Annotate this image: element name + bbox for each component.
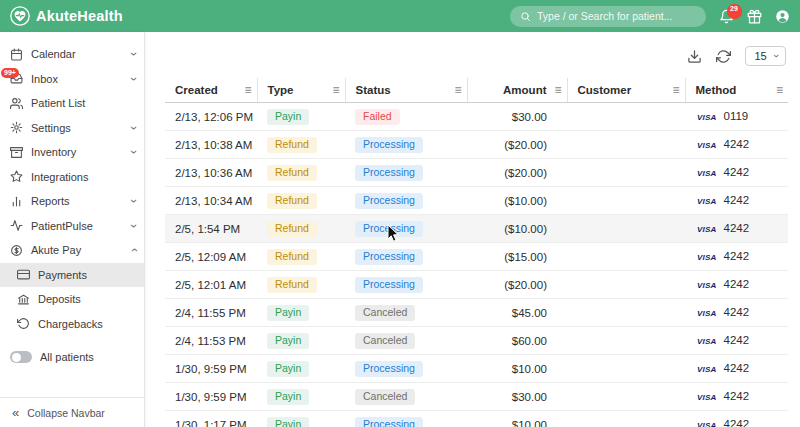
- column-header-customer[interactable]: Customer≡: [567, 78, 685, 103]
- sidebar-item-label: Chargebacks: [38, 318, 136, 330]
- column-menu-icon[interactable]: ≡: [454, 84, 461, 96]
- amount-cell: $30.00: [467, 103, 567, 131]
- export-button[interactable]: [687, 49, 702, 64]
- visa-logo: VISA: [697, 337, 716, 346]
- payment-row[interactable]: 2/13, 10:38 AMRefundProcessing($20.00)VI…: [165, 131, 788, 159]
- patient-search[interactable]: [510, 6, 706, 27]
- sidebar-item-integrations[interactable]: Integrations: [0, 165, 144, 190]
- app-window: AkuteHealth 29 Calendar›99+Inbox›Patient…: [0, 0, 800, 427]
- payment-row[interactable]: 2/5, 12:09 AMRefundProcessing($15.00)VIS…: [165, 243, 788, 271]
- column-header-amount[interactable]: Amount≡: [467, 78, 567, 103]
- sidebar-item-patientpulse[interactable]: PatientPulse›: [0, 214, 144, 239]
- chevron-down-icon: ›: [128, 150, 140, 154]
- customer-cell: [567, 271, 685, 299]
- sidebar-item-settings[interactable]: Settings›: [0, 116, 144, 141]
- sidebar-item-patient-list[interactable]: Patient List: [0, 91, 144, 116]
- created-cell: 2/13, 10:38 AM: [165, 131, 257, 159]
- payment-row[interactable]: 1/30, 9:59 PMPayinProcessing$10.00VISA42…: [165, 355, 788, 383]
- status-badge: Processing: [355, 137, 423, 153]
- all-patients-toggle-row[interactable]: All patients: [0, 345, 144, 369]
- customer-cell: [567, 411, 685, 427]
- column-menu-icon[interactable]: ≡: [554, 84, 561, 96]
- sidebar-item-calendar[interactable]: Calendar›: [0, 42, 144, 67]
- card-last4: 4242: [723, 194, 749, 206]
- app-logo[interactable]: AkuteHealth: [10, 6, 123, 26]
- column-header-created[interactable]: Created≡: [165, 78, 257, 103]
- column-menu-icon[interactable]: ≡: [332, 84, 339, 96]
- account-button[interactable]: [775, 9, 790, 24]
- status-badge: Processing: [355, 417, 423, 427]
- column-header-type[interactable]: Type≡: [257, 78, 345, 103]
- type-cell: Refund: [257, 187, 345, 215]
- payment-row[interactable]: 2/13, 10:36 AMRefundProcessing($20.00)VI…: [165, 159, 788, 187]
- payment-row[interactable]: 2/5, 1:54 PMRefundProcessing($10.00)VISA…: [165, 215, 788, 243]
- payment-row[interactable]: 2/13, 12:06 PMPayinFailed$30.00VISA0119: [165, 103, 788, 131]
- status-badge: Failed: [355, 109, 400, 125]
- created-cell: 2/4, 11:53 PM: [165, 327, 257, 355]
- type-cell: Refund: [257, 215, 345, 243]
- type-cell: Payin: [257, 411, 345, 427]
- payment-row[interactable]: 2/5, 12:01 AMRefundProcessing($20.00)VIS…: [165, 271, 788, 299]
- payment-row[interactable]: 2/13, 10:34 AMRefundProcessing($10.00)VI…: [165, 187, 788, 215]
- sidebar-item-reports[interactable]: Reports›: [0, 189, 144, 214]
- created-cell: 2/4, 11:55 PM: [165, 299, 257, 327]
- amount-cell: $30.00: [467, 383, 567, 411]
- method-cell: VISA4242: [685, 383, 788, 411]
- payment-row[interactable]: 1/30, 9:59 PMPayinCanceled$30.00VISA4242: [165, 383, 788, 411]
- visa-logo: VISA: [697, 365, 716, 374]
- column-menu-icon[interactable]: ≡: [776, 84, 783, 96]
- column-menu-icon[interactable]: ≡: [672, 84, 679, 96]
- sidebar-item-label: Inbox: [31, 73, 124, 85]
- column-header-status[interactable]: Status≡: [345, 78, 467, 103]
- sidebar-item-label: Calendar: [31, 48, 124, 60]
- status-cell: Processing: [345, 131, 467, 159]
- payment-row[interactable]: 1/30, 1:17 PMPayinProcessing$10.00VISA42…: [165, 411, 788, 427]
- collapse-navbar-button[interactable]: « Collapse Navbar: [0, 397, 144, 427]
- method-cell: VISA4242: [685, 411, 788, 427]
- sidebar-item-akute-pay[interactable]: Akute Pay›: [0, 238, 144, 263]
- customer-cell: [567, 131, 685, 159]
- sidebar-item-inventory[interactable]: Inventory›: [0, 140, 144, 165]
- type-badge: Payin: [267, 361, 309, 377]
- sidebar-item-payments[interactable]: Payments: [0, 263, 144, 288]
- sidebar-item-label: Patient List: [31, 97, 136, 109]
- notifications-button[interactable]: 29: [719, 9, 734, 24]
- search-input[interactable]: [537, 10, 696, 22]
- card-last4: 0119: [723, 110, 748, 122]
- sidebar-item-deposits[interactable]: Deposits: [0, 287, 144, 312]
- refresh-button[interactable]: [716, 49, 731, 64]
- table-toolbar: 15 ›: [165, 46, 786, 66]
- sidebar-item-chargebacks[interactable]: Chargebacks: [0, 312, 144, 337]
- sidebar-item-inbox[interactable]: 99+Inbox›: [0, 67, 144, 92]
- card-last4: 4242: [723, 362, 749, 374]
- type-badge: Refund: [267, 277, 317, 293]
- method-cell: VISA4242: [685, 355, 788, 383]
- type-badge: Refund: [267, 165, 317, 181]
- customer-cell: [567, 159, 685, 187]
- column-label: Amount: [503, 84, 546, 96]
- payment-row[interactable]: 2/4, 11:55 PMPayinCanceled$45.00VISA4242: [165, 299, 788, 327]
- payment-row[interactable]: 2/4, 11:53 PMPayinCanceled$60.00VISA4242: [165, 327, 788, 355]
- sidebar-item-label: Akute Pay: [31, 244, 124, 256]
- amount-cell: ($20.00): [467, 131, 567, 159]
- page-size-select[interactable]: 15 ›: [745, 46, 786, 66]
- status-cell: Processing: [345, 411, 467, 427]
- method-cell: VISA4242: [685, 243, 788, 271]
- sidebar-item-label: PatientPulse: [31, 220, 124, 232]
- column-menu-icon[interactable]: ≡: [244, 84, 251, 96]
- created-cell: 2/5, 12:01 AM: [165, 271, 257, 299]
- visa-logo: VISA: [697, 197, 716, 206]
- gift-icon: [747, 9, 762, 24]
- visa-logo: VISA: [697, 169, 716, 178]
- all-patients-toggle[interactable]: [10, 351, 32, 363]
- chevron-up-icon: ›: [128, 248, 140, 252]
- visa-logo: VISA: [697, 281, 716, 290]
- status-badge: Processing: [355, 221, 423, 237]
- column-header-method[interactable]: Method≡: [685, 78, 788, 103]
- status-cell: Processing: [345, 187, 467, 215]
- method-cell: VISA4242: [685, 215, 788, 243]
- rewards-button[interactable]: [747, 9, 762, 24]
- card-last4: 4242: [723, 390, 749, 402]
- amount-cell: $10.00: [467, 411, 567, 427]
- amount-cell: ($20.00): [467, 159, 567, 187]
